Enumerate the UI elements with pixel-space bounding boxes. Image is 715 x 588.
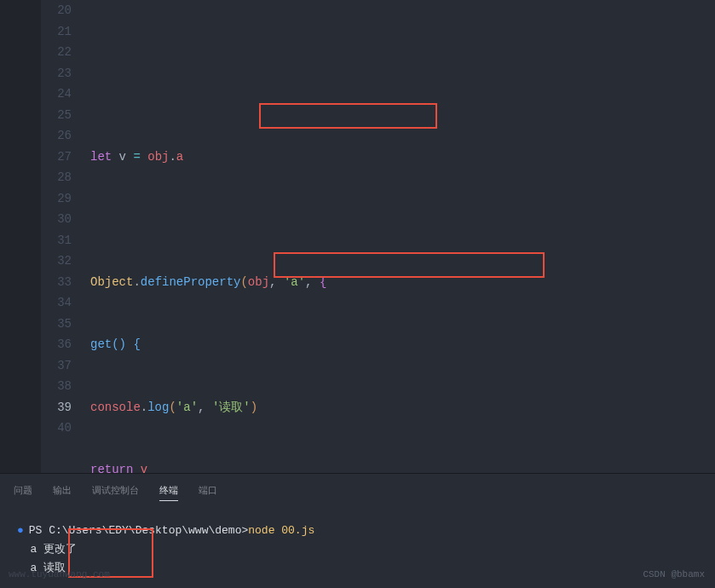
line-number: 21 <box>41 21 72 43</box>
code-line <box>90 84 715 105</box>
code-line <box>90 209 715 230</box>
line-gutter: 20 21 22 23 24 25 26 27 28 29 30 31 32 3… <box>41 0 90 473</box>
line-number: 28 <box>41 167 72 188</box>
line-number: 29 <box>41 188 72 210</box>
prompt-dot-icon: ● <box>17 522 24 540</box>
tab-problems[interactable]: 问题 <box>14 481 32 501</box>
line-number: 22 <box>41 42 72 63</box>
line-number: 35 <box>41 314 72 335</box>
activity-bar[interactable] <box>0 0 41 473</box>
code-area[interactable]: let v = obj.a Object.defineProperty(obj,… <box>90 0 715 473</box>
code-line: get() { <box>90 334 715 355</box>
line-number: 23 <box>41 63 72 84</box>
code-line: Object.defineProperty(obj, 'a', { <box>90 272 715 293</box>
terminal-line: ● PS C:\Users\EDY\Desktop\www\demo> node… <box>17 522 698 540</box>
line-number: 38 <box>41 376 72 397</box>
line-number: 37 <box>41 355 72 377</box>
terminal-output-line: a 更改了 <box>17 540 698 559</box>
faded-watermark: www.tuyuanwang.com <box>9 569 110 579</box>
line-number: 20 <box>41 0 72 21</box>
code-line: let v = obj.a <box>90 147 715 168</box>
tab-ports[interactable]: 端口 <box>199 481 217 501</box>
line-number: 26 <box>41 125 72 147</box>
highlight-annotation <box>259 103 437 129</box>
line-number: 36 <box>41 334 72 355</box>
line-number: 30 <box>41 209 72 230</box>
line-number: 32 <box>41 251 72 272</box>
code-line: return v <box>90 459 715 473</box>
tab-output[interactable]: 输出 <box>53 481 72 501</box>
line-number: 24 <box>41 84 72 105</box>
panel-tabs: 问题 输出 调试控制台 终端 端口 <box>0 474 715 508</box>
line-number: 34 <box>41 292 72 314</box>
tab-debug-console[interactable]: 调试控制台 <box>92 481 139 501</box>
terminal-prompt: PS C:\Users\EDY\Desktop\www\demo> <box>29 522 248 540</box>
tab-terminal[interactable]: 终端 <box>159 481 178 501</box>
line-number: 25 <box>41 105 72 126</box>
editor-main: 20 21 22 23 24 25 26 27 28 29 30 31 32 3… <box>41 0 715 473</box>
watermark: CSDN @bbamx <box>643 569 705 579</box>
line-number: 31 <box>41 230 72 251</box>
line-number: 40 <box>41 418 72 439</box>
terminal-output-line: a 读取 <box>17 559 698 578</box>
line-number: 27 <box>41 147 72 168</box>
code-line: console.log('a', '读取') <box>90 397 715 418</box>
terminal-command: node 00.js <box>248 522 314 540</box>
line-number: 33 <box>41 272 72 293</box>
line-number: 39 <box>41 397 72 418</box>
